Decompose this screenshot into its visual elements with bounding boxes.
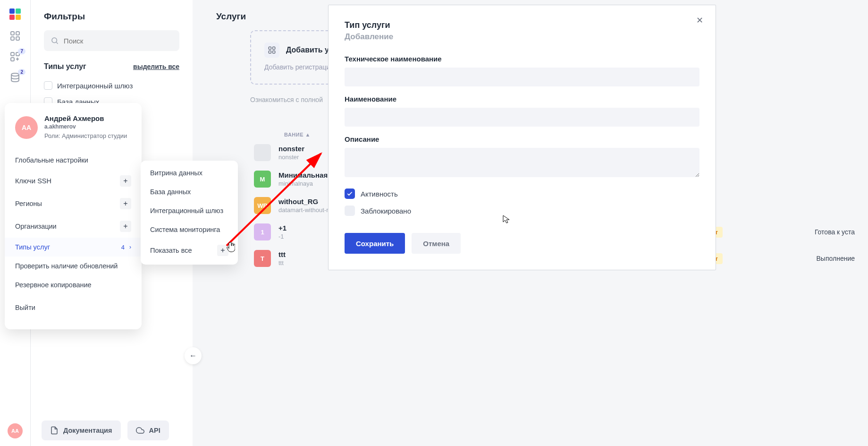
user-popover: АА Андрей Ахмеров a.akhmerov Роли: Админ… xyxy=(5,103,142,329)
input-tech-name[interactable] xyxy=(345,68,699,86)
check-icon xyxy=(346,190,353,197)
menu-label: Регионы xyxy=(15,200,42,207)
user-roles: Роли: Администратор студии xyxy=(44,132,127,140)
search-icon xyxy=(51,36,59,45)
submenu-item[interactable]: Интеграционный шлюз xyxy=(141,201,238,220)
modal-subtitle: Добавление xyxy=(345,32,699,42)
submenu-item[interactable]: Система мониторинга xyxy=(141,220,238,239)
menu-item-updates[interactable]: Проверить наличие обновлений xyxy=(5,257,142,275)
menu-label: Резервное копирование xyxy=(15,281,92,289)
menu-item-orgs[interactable]: Организации+ xyxy=(5,215,142,238)
menu-label: Проверить наличие обновлений xyxy=(15,262,118,270)
filters-title: Фильтры xyxy=(44,11,179,22)
svg-rect-3 xyxy=(16,15,21,20)
nav-apps-icon[interactable]: 7 xyxy=(9,51,21,62)
search-input[interactable] xyxy=(64,37,173,45)
add-service-type-button[interactable]: + xyxy=(217,245,228,256)
close-icon[interactable]: ✕ xyxy=(694,15,705,26)
filter-item[interactable]: Интеграционный шлюз xyxy=(44,77,179,94)
user-name: Андрей Ахмеров xyxy=(44,114,127,122)
label-active: Активность xyxy=(361,190,398,198)
user-login: a.akhmerov xyxy=(44,123,127,130)
document-icon xyxy=(50,426,59,435)
modal-title: Тип услуги xyxy=(345,20,699,30)
submenu-label: Показать все xyxy=(150,247,192,254)
svg-rect-16 xyxy=(273,51,275,53)
nav-dashboard-icon[interactable] xyxy=(9,30,21,42)
bottom-bar: Документация API xyxy=(42,420,169,440)
menu-item-global[interactable]: Глобальные настройки xyxy=(5,151,142,170)
menu-label: Выйти xyxy=(15,304,35,311)
service-avatar: 1 xyxy=(254,223,271,240)
svg-rect-5 xyxy=(16,32,19,35)
menu-label: Организации xyxy=(15,223,57,230)
grid-icon xyxy=(264,43,279,58)
service-types-submenu: Витрина данных База данных Интеграционны… xyxy=(141,161,238,265)
rail-avatar[interactable]: AA xyxy=(8,423,23,438)
service-avatar: WR xyxy=(254,197,271,214)
cloud-icon xyxy=(136,426,144,435)
add-org-button[interactable]: + xyxy=(120,221,131,232)
api-button[interactable]: API xyxy=(127,420,169,440)
menu-item-regions[interactable]: Регионы+ xyxy=(5,192,142,215)
svg-rect-14 xyxy=(273,47,275,49)
label-locked: Заблокировано xyxy=(361,207,411,215)
svg-rect-0 xyxy=(9,9,15,14)
submenu-item[interactable]: Витрина данных xyxy=(141,163,238,182)
submenu-label: Система мониторинга xyxy=(150,226,220,233)
add-region-button[interactable]: + xyxy=(120,198,131,209)
filter-select-all[interactable]: выделить все xyxy=(133,63,179,70)
submenu-label: Витрина данных xyxy=(150,169,202,177)
svg-point-11 xyxy=(11,73,19,76)
svg-point-12 xyxy=(52,38,57,43)
submenu-item[interactable]: База данных xyxy=(141,182,238,201)
label-name: Наименование xyxy=(345,95,699,103)
svg-rect-7 xyxy=(16,37,19,40)
nav-db-badge: 2 xyxy=(18,69,25,75)
docs-button[interactable]: Документация xyxy=(42,420,121,440)
search-box[interactable] xyxy=(44,30,179,51)
menu-label: Глобальные настройки xyxy=(15,156,88,164)
nav-database-icon[interactable]: 2 xyxy=(9,72,21,83)
menu-label: Типы услуг xyxy=(15,243,50,251)
menu-item-ssh[interactable]: Ключи SSH+ xyxy=(5,170,142,192)
service-avatar: M xyxy=(254,171,271,188)
nav-apps-badge: 7 xyxy=(18,48,25,54)
label-description: Описание xyxy=(345,135,699,143)
menu-item-service-types[interactable]: Типы услуг4› xyxy=(5,238,142,257)
api-label: API xyxy=(149,427,160,434)
filter-item-label: Интеграционный шлюз xyxy=(57,82,133,90)
back-button[interactable]: ← xyxy=(185,347,202,364)
cancel-button[interactable]: Отмена xyxy=(412,233,461,254)
input-name[interactable] xyxy=(345,108,699,127)
submenu-show-all[interactable]: Показать все+ xyxy=(141,239,238,262)
checkbox-locked[interactable] xyxy=(345,206,355,216)
svg-rect-6 xyxy=(11,37,14,40)
submenu-label: Интеграционный шлюз xyxy=(150,207,223,214)
menu-item-backup[interactable]: Резервное копирование xyxy=(5,275,142,294)
checkbox-active[interactable] xyxy=(345,189,355,199)
input-description[interactable] xyxy=(345,148,699,177)
user-avatar: АА xyxy=(15,116,38,139)
svg-rect-15 xyxy=(269,51,271,53)
checkbox-icon[interactable] xyxy=(44,81,52,90)
app-logo xyxy=(8,8,22,21)
chevron-right-icon: › xyxy=(129,244,131,250)
service-avatar xyxy=(254,144,271,161)
svg-rect-4 xyxy=(11,32,14,35)
svg-rect-2 xyxy=(9,15,15,20)
service-status: Готова к уста xyxy=(815,228,855,236)
service-avatar: T xyxy=(254,250,271,267)
docs-label: Документация xyxy=(63,427,112,434)
add-ssh-button[interactable]: + xyxy=(120,175,131,187)
submenu-label: База данных xyxy=(150,188,191,196)
menu-item-logout[interactable]: Выйти xyxy=(5,298,142,317)
service-types-count: 4 xyxy=(121,244,125,251)
svg-rect-10 xyxy=(11,58,14,61)
save-button[interactable]: Сохранить xyxy=(345,233,405,254)
svg-rect-8 xyxy=(11,52,14,56)
service-status: Выполнение xyxy=(817,255,855,262)
label-tech-name: Техническое наименование xyxy=(345,55,699,63)
service-type-modal: ✕ Тип услуги Добавление Техническое наим… xyxy=(328,5,716,270)
menu-label: Ключи SSH xyxy=(15,177,51,185)
